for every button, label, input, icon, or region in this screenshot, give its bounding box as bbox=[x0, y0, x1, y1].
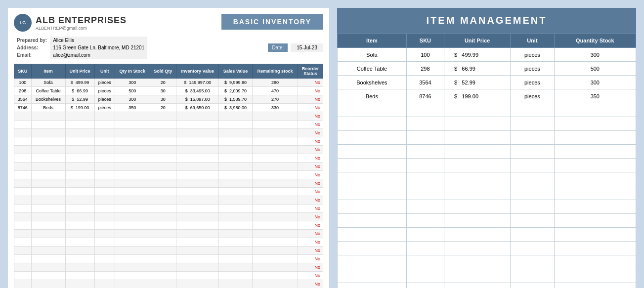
empty-cell bbox=[554, 186, 636, 200]
item-management-table: Item SKU Unit Price Unit Quantity Stock … bbox=[337, 33, 636, 288]
cell-qty-stock: 300 bbox=[115, 95, 150, 104]
empty-cell bbox=[65, 255, 94, 263]
right-panel: ITEM MANAGEMENT Item SKU Unit Price Unit… bbox=[337, 8, 636, 288]
table-row: 298 Coffee Table $ 66.99 pieces 500 30 $… bbox=[14, 87, 323, 95]
empty-cell bbox=[511, 228, 555, 242]
empty-cell bbox=[176, 129, 219, 137]
empty-cell bbox=[150, 255, 176, 263]
empty-cell bbox=[14, 247, 32, 255]
table-row bbox=[338, 214, 636, 228]
empty-cell bbox=[14, 137, 32, 146]
cell-unit: pieces bbox=[511, 89, 555, 103]
empty-cell bbox=[150, 238, 176, 247]
reorder-no: No bbox=[298, 112, 323, 121]
cell-qty-stock: 500 bbox=[115, 87, 150, 95]
cell-unit: pieces bbox=[94, 95, 115, 104]
empty-cell bbox=[115, 146, 150, 154]
empty-cell bbox=[444, 145, 511, 159]
empty-cell bbox=[554, 172, 636, 186]
table-row bbox=[338, 255, 636, 269]
empty-cell bbox=[31, 280, 65, 288]
empty-cell bbox=[14, 280, 32, 288]
empty-cell bbox=[444, 228, 511, 242]
cell-reorder: No bbox=[298, 79, 323, 87]
info-left: Prepared by: Alice Ellis Address: 116 Gr… bbox=[14, 37, 147, 59]
empty-cell bbox=[219, 255, 252, 263]
empty-cell bbox=[252, 188, 298, 196]
empty-cell bbox=[252, 255, 298, 263]
empty-cell bbox=[31, 247, 65, 255]
empty-cell bbox=[511, 159, 555, 172]
cell-unit: pieces bbox=[511, 48, 555, 62]
empty-cell bbox=[219, 163, 252, 171]
cell-qty-stock: 500 bbox=[554, 62, 636, 76]
empty-cell bbox=[252, 213, 298, 221]
empty-cell bbox=[444, 214, 511, 228]
empty-cell bbox=[94, 272, 115, 280]
empty-cell bbox=[511, 145, 555, 159]
reorder-no: No bbox=[298, 230, 323, 238]
empty-cell bbox=[31, 196, 65, 205]
cell-sku: 298 bbox=[406, 62, 444, 76]
cell-reorder: No bbox=[298, 104, 323, 112]
table-row: No bbox=[14, 154, 323, 163]
empty-cell bbox=[176, 205, 219, 213]
empty-cell bbox=[444, 172, 511, 186]
col-unit-price-header: Unit Price bbox=[444, 34, 511, 48]
empty-cell bbox=[252, 238, 298, 247]
cell-sku: 8746 bbox=[14, 104, 32, 112]
empty-cell bbox=[219, 230, 252, 238]
empty-cell bbox=[219, 146, 252, 154]
empty-cell bbox=[406, 172, 444, 186]
empty-cell bbox=[511, 131, 555, 145]
empty-cell bbox=[338, 269, 407, 283]
reorder-no: No bbox=[298, 205, 323, 213]
reorder-no: No bbox=[298, 121, 323, 129]
empty-cell bbox=[14, 221, 32, 230]
cell-item: Sofa bbox=[31, 79, 65, 87]
empty-cell bbox=[65, 205, 94, 213]
cell-sales-value: $ 1,589.70 bbox=[219, 95, 252, 104]
empty-cell bbox=[252, 272, 298, 280]
empty-cell bbox=[406, 186, 444, 200]
cell-item: Coffee Table bbox=[338, 62, 407, 76]
cell-remaining: 270 bbox=[252, 95, 298, 104]
empty-cell bbox=[115, 196, 150, 205]
table-row: No bbox=[14, 280, 323, 288]
cell-reorder: No bbox=[298, 87, 323, 95]
empty-cell bbox=[14, 179, 32, 188]
empty-cell bbox=[94, 238, 115, 247]
company-email: ALBENTREP@gmail.com bbox=[36, 26, 127, 31]
empty-cell bbox=[115, 179, 150, 188]
empty-cell bbox=[94, 188, 115, 196]
company-name-block: ALB ENTERPRISES ALBENTREP@gmail.com bbox=[36, 15, 127, 31]
empty-cell bbox=[406, 145, 444, 159]
cell-unit-price: $ 66.99 bbox=[444, 62, 511, 76]
empty-cell bbox=[554, 117, 636, 131]
empty-cell bbox=[176, 196, 219, 205]
empty-cell bbox=[115, 205, 150, 213]
cell-sku: 8746 bbox=[406, 89, 444, 103]
table-row: Coffee Table 298 $ 66.99 pieces 500 bbox=[338, 62, 636, 76]
left-panel: LG ALB ENTERPRISES ALBENTREP@gmail.com B… bbox=[8, 8, 329, 288]
empty-cell bbox=[94, 213, 115, 221]
cell-sku: 298 bbox=[14, 87, 32, 95]
empty-cell bbox=[176, 263, 219, 272]
empty-cell bbox=[554, 131, 636, 145]
empty-cell bbox=[406, 255, 444, 269]
empty-cell bbox=[444, 269, 511, 283]
empty-cell bbox=[176, 280, 219, 288]
cell-sku: 3564 bbox=[406, 76, 444, 89]
date-label: Date: bbox=[268, 43, 288, 52]
empty-cell bbox=[94, 255, 115, 263]
empty-cell bbox=[150, 247, 176, 255]
empty-cell bbox=[444, 117, 511, 131]
col-item-header: Item bbox=[338, 34, 407, 48]
empty-cell bbox=[511, 117, 555, 131]
empty-cell bbox=[554, 159, 636, 172]
cell-qty-stock: 300 bbox=[115, 79, 150, 87]
address-label: Address: bbox=[14, 44, 50, 51]
empty-cell bbox=[511, 200, 555, 214]
empty-cell bbox=[176, 213, 219, 221]
cell-sold-qty: 30 bbox=[150, 95, 176, 104]
